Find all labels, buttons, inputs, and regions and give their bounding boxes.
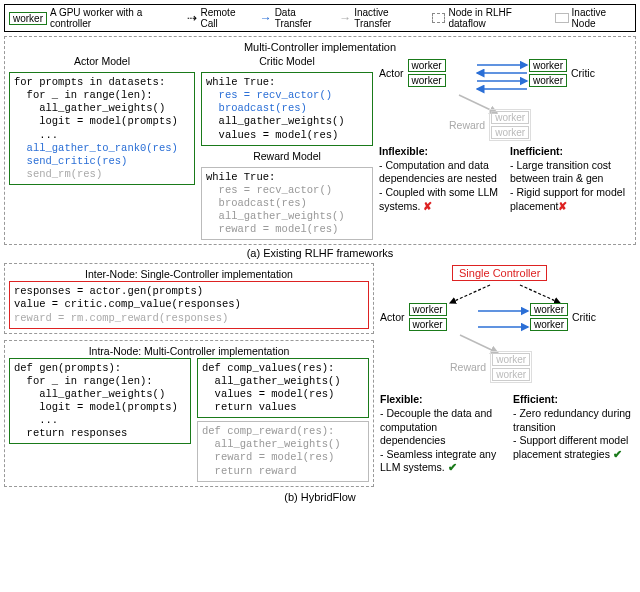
reward-model-label: Reward Model bbox=[201, 150, 373, 162]
svg-line-6 bbox=[520, 285, 560, 303]
gen-code: def gen(prompts): for _ in range(len): a… bbox=[9, 358, 191, 445]
worker-box: worker bbox=[408, 59, 446, 72]
worker-box: worker bbox=[409, 303, 447, 316]
actor-code: for prompts in datasets: for _ in range(… bbox=[9, 72, 195, 185]
inter-code: responses = actor.gen(prompts) value = c… bbox=[9, 281, 369, 328]
legend-worker-desc: A GPU worker with a controller bbox=[50, 7, 181, 29]
arrow-data-transfer-icon: → bbox=[260, 11, 272, 25]
analysis-inefficient: Inefficient: - Large transition cost bet… bbox=[510, 145, 631, 213]
worker-box: worker bbox=[530, 318, 568, 331]
analysis-inflexible: Inflexible: - Computation and data depen… bbox=[379, 145, 500, 213]
caption-a: (a) Existing RLHF frameworks bbox=[4, 247, 636, 259]
comp-values-code: def comp_values(res): all_gather_weights… bbox=[197, 358, 369, 419]
network-b: Single Controller Actor worker worker wo… bbox=[380, 265, 636, 385]
net-a-critic-label: Critic bbox=[571, 67, 595, 79]
net-b-actor-label: Actor bbox=[380, 311, 405, 323]
check-icon: ✔ bbox=[613, 448, 622, 460]
critic-model-label: Critic Model bbox=[201, 55, 373, 67]
worker-box-inactive: worker bbox=[491, 111, 529, 124]
worker-box: worker bbox=[530, 303, 568, 316]
worker-box: worker bbox=[408, 74, 446, 87]
arrow-remote-call-icon: ⇢ bbox=[187, 11, 197, 25]
section-a-title: Multi-Controller implementation bbox=[9, 41, 631, 53]
single-controller-box: Single Controller bbox=[452, 265, 547, 281]
section-b-intra: Intra-Node: Multi-Controller implementat… bbox=[4, 340, 374, 487]
svg-line-5 bbox=[450, 285, 490, 303]
critic-code: while True: res = recv_actor() broadcast… bbox=[201, 72, 373, 146]
legend-dashed-box-icon bbox=[432, 13, 446, 23]
inter-title: Inter-Node: Single-Controller implementa… bbox=[9, 268, 369, 280]
worker-box: worker bbox=[529, 59, 567, 72]
actor-model-label: Actor Model bbox=[9, 55, 195, 67]
section-a: Multi-Controller implementation Actor Mo… bbox=[4, 36, 636, 245]
worker-box: worker bbox=[529, 74, 567, 87]
network-a: Actor worker worker worker worker Critic… bbox=[379, 55, 631, 141]
check-icon: ✔ bbox=[448, 461, 457, 473]
worker-box: worker bbox=[409, 318, 447, 331]
net-b-reward-label: Reward bbox=[450, 361, 486, 373]
legend-plain-box-icon bbox=[555, 13, 569, 23]
legend-worker-box: worker bbox=[9, 12, 47, 25]
arrow-inactive-transfer-icon: → bbox=[339, 11, 351, 25]
caption-b: (b) HybridFlow bbox=[4, 491, 636, 503]
legend-inactive-node: Inactive Node bbox=[572, 7, 631, 29]
cross-icon: ✘ bbox=[423, 200, 432, 212]
legend-data-transfer: Data Transfer bbox=[275, 7, 334, 29]
analysis-flexible: Flexible: - Decouple the data and comput… bbox=[380, 393, 503, 475]
analysis-efficient: Efficient: - Zero redundancy during tran… bbox=[513, 393, 636, 461]
net-b-critic-label: Critic bbox=[572, 311, 596, 323]
comp-reward-code: def comp_reward(res): all_gather_weights… bbox=[197, 421, 369, 482]
legend-remote-call: Remote Call bbox=[200, 7, 253, 29]
reward-code: while True: res = recv_actor() broadcast… bbox=[201, 167, 373, 241]
legend-node-dataflow: Node in RLHF dataflow bbox=[448, 7, 549, 29]
legend-bar: worker A GPU worker with a controller ⇢ … bbox=[4, 4, 636, 32]
legend-inactive-transfer: Inactive Transfer bbox=[354, 7, 426, 29]
net-a-reward-label: Reward bbox=[449, 119, 485, 131]
worker-box-inactive: worker bbox=[491, 126, 529, 139]
section-b-inter: Inter-Node: Single-Controller implementa… bbox=[4, 263, 374, 333]
intra-title: Intra-Node: Multi-Controller implementat… bbox=[9, 345, 369, 357]
net-a-actor-label: Actor bbox=[379, 67, 404, 79]
cross-icon: ✘ bbox=[558, 200, 567, 212]
worker-box-inactive: worker bbox=[492, 368, 530, 381]
worker-box-inactive: worker bbox=[492, 353, 530, 366]
